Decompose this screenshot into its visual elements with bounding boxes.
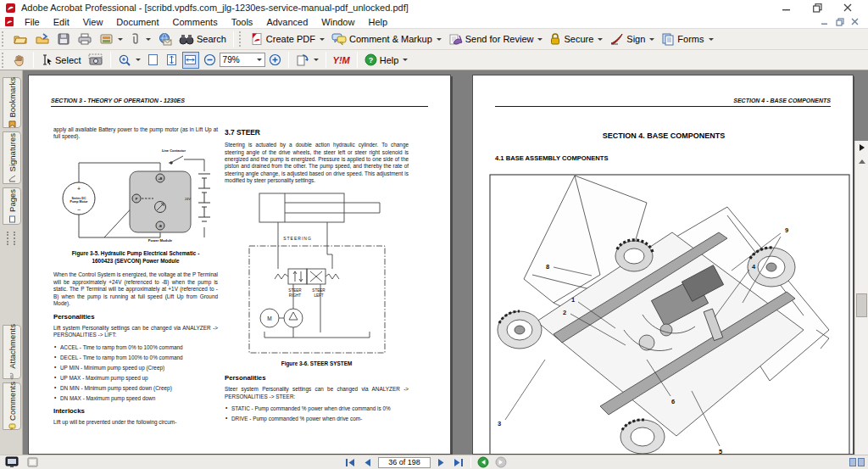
yahoo-messenger-button[interactable]: Y!M (330, 53, 353, 67)
vertical-scrollbar[interactable] (854, 141, 868, 469)
send-for-review-button[interactable]: Send for Review (445, 31, 547, 47)
minimize-icon[interactable] (782, 3, 792, 12)
menu-window[interactable]: Window (314, 16, 361, 28)
page-layout-icon[interactable] (27, 457, 38, 467)
sidebar-tab-signatures[interactable]: Signatures (3, 131, 21, 184)
save-button[interactable] (53, 31, 74, 47)
forms-button[interactable]: Forms (658, 31, 716, 47)
fit-width-button[interactable] (182, 52, 199, 69)
menu-advanced[interactable]: Advanced (259, 16, 314, 28)
send-for-review-label: Send for Review (465, 34, 534, 44)
doc-minimize-icon[interactable] (819, 17, 830, 26)
sidebar-tab-comments[interactable]: Comments (3, 382, 21, 430)
rotate-pages-button[interactable] (292, 52, 322, 69)
zoom-in-button[interactable] (265, 52, 285, 68)
signatures-tab-label: Signatures (8, 133, 17, 171)
figure-3-5-caption: Figure 3-5. Hydraulic Pump Electrical Sc… (53, 249, 218, 265)
zoom-out-button[interactable] (200, 52, 220, 68)
document-area[interactable]: SECTION 3 - THEORY OF OPERATION - 1230ES… (23, 70, 854, 455)
hand-tool-button[interactable] (9, 52, 30, 69)
comments-tab-label: Comments (8, 382, 17, 421)
dropdown-arrow-icon (437, 38, 442, 41)
two-page-view-icon[interactable] (858, 458, 865, 466)
menu-comments[interactable]: Comments (166, 16, 225, 28)
callout-1: 1 (571, 296, 575, 304)
panel-resize-handle[interactable] (7, 232, 15, 245)
secure-button[interactable]: Secure (546, 31, 606, 47)
folder-arrow-icon (35, 32, 50, 46)
callout-8: 8 (546, 263, 549, 271)
previous-page-button[interactable] (362, 457, 372, 468)
email-button[interactable] (154, 31, 175, 47)
menu-view[interactable]: View (76, 16, 110, 28)
intro-paragraph: apply all available Battery power to the… (53, 126, 218, 141)
menu-file[interactable]: File (18, 16, 47, 28)
collapse-panel-icon[interactable] (860, 144, 865, 151)
toolbar-grip[interactable] (239, 31, 243, 47)
minus-circle-icon (203, 53, 216, 66)
scroll-up-button[interactable] (855, 154, 868, 168)
next-page-button[interactable] (437, 457, 447, 468)
separator (33, 52, 34, 68)
steer-personality-list: STATIC - Pump commanded % power when dri… (225, 405, 409, 422)
help-button[interactable]: ? Help (361, 52, 412, 68)
list-item: DRIVE - Pump commanded % power when driv… (225, 416, 409, 422)
terminal-plus-b: +B (159, 177, 163, 181)
doc-restore-icon[interactable] (834, 17, 845, 26)
zoom-tool-button[interactable] (114, 52, 144, 69)
bookmark-icon (8, 120, 16, 128)
zoom-level-combo[interactable]: 79% (220, 53, 265, 67)
sidebar-tab-pages[interactable]: Pages (3, 187, 21, 225)
steer-left-label-2: LEFT (314, 293, 323, 298)
create-pdf-label: Create PDF (266, 34, 315, 44)
last-page-button[interactable] (453, 457, 465, 468)
single-page-view-icon[interactable] (849, 458, 856, 466)
menu-tools[interactable]: Tools (225, 16, 260, 28)
comment-markup-button[interactable]: Comment & Markup (328, 31, 445, 47)
callout-2: 2 (563, 309, 566, 316)
toolbar-grip[interactable] (2, 31, 6, 47)
doc-close-icon[interactable] (849, 17, 860, 26)
next-view-button[interactable] (495, 456, 507, 468)
attach-button[interactable] (126, 31, 154, 47)
sidebar-tab-attachments[interactable]: Attachments (3, 325, 21, 379)
actual-size-button[interactable] (145, 52, 162, 69)
list-item: UP MIN - Minimum pump speed up (Creep) (53, 365, 218, 371)
previous-view-button[interactable] (477, 456, 489, 468)
steer-personalities-heading: Personalities (225, 374, 409, 382)
dropdown-arrow-icon (118, 38, 123, 41)
menu-document[interactable]: Document (109, 16, 165, 28)
sidebar-tab-bookmarks[interactable]: Bookmarks (3, 77, 21, 128)
close-icon[interactable] (843, 3, 853, 12)
open-folder-icon (13, 32, 28, 46)
list-item: UP MAX - Maximum pump speed up (53, 375, 218, 382)
left-page-column-1: apply all available Battery power to the… (53, 126, 218, 432)
search-button[interactable]: Search (175, 31, 230, 47)
snapshot-button[interactable] (85, 52, 107, 68)
menu-help[interactable]: Help (361, 16, 394, 28)
scrollbar-thumb[interactable] (856, 293, 867, 317)
create-pdf-button[interactable]: Create PDF (247, 31, 328, 47)
screen-mode-icon[interactable] (5, 456, 19, 468)
open-recent-button[interactable] (31, 31, 53, 47)
select-tool-button[interactable]: Select (37, 52, 85, 68)
camera-icon (88, 53, 103, 66)
first-page-button[interactable] (344, 457, 356, 468)
menu-edit[interactable]: Edit (47, 16, 76, 28)
fit-page-button[interactable] (164, 52, 181, 69)
page-number-input[interactable] (378, 457, 431, 468)
separator (233, 31, 234, 47)
lift-personality-list: ACCEL - Time to ramp from 0% to 100% com… (53, 344, 218, 402)
maximize-icon[interactable] (812, 3, 822, 12)
toolbar-grip[interactable] (2, 53, 6, 68)
attachments-tab-label: Attachments (8, 324, 17, 369)
organizer-button[interactable] (96, 31, 126, 47)
magnifier-icon (118, 53, 131, 67)
comment-bubble-icon (8, 423, 16, 431)
open-button[interactable] (9, 31, 31, 47)
steer-personalities-paragraph: Steer system Personality settings can be… (225, 386, 409, 400)
interlocks-heading: Interlocks (53, 407, 218, 416)
sign-button[interactable]: Sign (606, 31, 658, 47)
binoculars-icon (179, 33, 194, 46)
print-button[interactable] (74, 31, 96, 47)
